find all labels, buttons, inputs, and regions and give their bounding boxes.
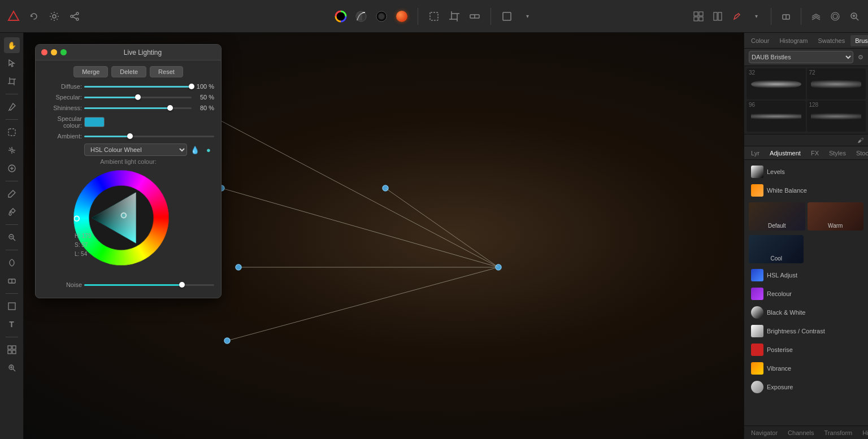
- pen-dropdown-icon[interactable]: ▾: [748, 8, 764, 24]
- pen-icon[interactable]: [729, 8, 745, 24]
- app-logo-icon[interactable]: [6, 8, 21, 24]
- noise-slider[interactable]: [84, 284, 214, 286]
- reset-button[interactable]: Reset: [150, 66, 183, 77]
- marquee-tool-icon[interactable]: [426, 8, 442, 24]
- adj-white-balance[interactable]: White Balance: [747, 181, 866, 199]
- paint-bucket[interactable]: [4, 204, 20, 220]
- brush-item-96[interactable]: 96: [747, 101, 806, 132]
- preset-default[interactable]: Default: [749, 202, 805, 231]
- adj-vibrance[interactable]: Vibrance: [747, 359, 866, 377]
- shininess-thumb[interactable]: [167, 105, 173, 111]
- erase-select-icon[interactable]: [467, 8, 483, 24]
- tab-histogram[interactable]: Histogram: [775, 35, 812, 46]
- svg-point-1: [53, 15, 56, 18]
- settings-icon[interactable]: [46, 8, 62, 24]
- specular-slider[interactable]: [84, 97, 192, 98]
- tab-adjustment[interactable]: Adjustment: [765, 148, 805, 158]
- canvas-area[interactable]: Live Lighting Merge Delete Reset Diffuse…: [24, 33, 744, 439]
- magic-wand[interactable]: [4, 142, 20, 158]
- delete-button[interactable]: Delete: [111, 66, 146, 77]
- brush-tool[interactable]: [4, 99, 20, 115]
- studio-icon[interactable]: [827, 8, 843, 24]
- svg-rect-59: [8, 350, 11, 354]
- window-close-dot[interactable]: [41, 49, 47, 55]
- recolour-label: Recolour: [767, 290, 792, 297]
- tab-navigator[interactable]: Navigator: [747, 428, 782, 438]
- ambient-thumb[interactable]: [127, 133, 133, 139]
- window-maximize-dot[interactable]: [60, 49, 67, 55]
- colour-pin-icon[interactable]: ●: [203, 144, 214, 155]
- curves-icon[interactable]: [353, 8, 369, 24]
- view-mode-icon[interactable]: [710, 8, 726, 24]
- crop-tool[interactable]: [4, 73, 20, 89]
- tab-transform[interactable]: Transform: [820, 428, 857, 438]
- specular-colour-swatch[interactable]: [84, 117, 105, 127]
- preset-warm[interactable]: Warm: [808, 202, 864, 231]
- overlay-dropdown-icon[interactable]: ▾: [519, 8, 535, 24]
- svg-rect-40: [8, 129, 15, 136]
- ll-title: Live Lighting: [70, 49, 215, 56]
- preset-cool[interactable]: Cool: [749, 235, 804, 263]
- layers-panel-icon[interactable]: [808, 8, 824, 24]
- colour-wheel-select[interactable]: HSL Colour Wheel: [84, 144, 187, 156]
- diffuse-thumb[interactable]: [189, 84, 194, 89]
- diffuse-slider[interactable]: [84, 86, 192, 88]
- white-balance-icon: [751, 184, 763, 197]
- overlay-icon[interactable]: [499, 8, 515, 24]
- ambient-slider[interactable]: [84, 136, 214, 137]
- share-icon[interactable]: [67, 8, 83, 24]
- brush-settings-icon[interactable]: ⚙: [858, 54, 863, 61]
- brush-preset-select[interactable]: DAUB Bristles: [749, 51, 853, 63]
- tab-colour[interactable]: Colour: [747, 35, 774, 46]
- text-tool[interactable]: T: [4, 316, 20, 332]
- selection-brush[interactable]: [4, 124, 20, 140]
- svg-point-72: [224, 338, 230, 344]
- tab-brushes[interactable]: Brushes: [850, 35, 868, 46]
- crop-tool-icon[interactable]: [446, 8, 462, 24]
- color-wheel-icon[interactable]: [333, 8, 349, 24]
- zoom-tool[interactable]: [4, 229, 20, 245]
- adj-recolour[interactable]: Recolour: [747, 285, 866, 303]
- center-tools: ▾: [333, 8, 535, 25]
- color-orb-icon[interactable]: [394, 8, 410, 24]
- adj-brightness[interactable]: Brightness / Contrast: [747, 322, 866, 340]
- grid-tool[interactable]: [4, 342, 20, 358]
- merge-button[interactable]: Merge: [73, 66, 108, 77]
- window-minimize-dot[interactable]: [51, 49, 57, 55]
- brush-item-72[interactable]: 72: [807, 68, 866, 99]
- shape-tool[interactable]: [4, 298, 20, 314]
- color-picker-tool[interactable]: [4, 186, 20, 202]
- adj-exposure[interactable]: Exposure: [747, 378, 866, 396]
- brightness-icon: [751, 325, 763, 337]
- select-tool[interactable]: [4, 55, 20, 71]
- svg-point-30: [833, 14, 837, 19]
- tab-channels[interactable]: Channels: [783, 428, 818, 438]
- hsl-icon[interactable]: [374, 8, 389, 24]
- brush-item-32[interactable]: 32: [747, 68, 806, 99]
- eraser-tool-icon[interactable]: [778, 8, 794, 24]
- tab-styles[interactable]: Styles: [824, 148, 850, 158]
- move-tool[interactable]: ✋: [4, 37, 20, 53]
- tab-fx[interactable]: FX: [806, 148, 823, 158]
- adj-posterise[interactable]: Posterise: [747, 341, 866, 359]
- zoom-fit[interactable]: [4, 360, 20, 376]
- tab-lyr[interactable]: Lyr: [747, 148, 764, 158]
- grid-view-icon[interactable]: [691, 8, 706, 24]
- eyedropper-icon[interactable]: 💧: [189, 144, 201, 155]
- tab-history[interactable]: History: [858, 428, 868, 438]
- adj-bw[interactable]: Black & White: [747, 303, 866, 321]
- noise-thumb[interactable]: [179, 282, 185, 288]
- undo-icon[interactable]: [26, 8, 42, 24]
- adj-levels[interactable]: Levels: [747, 163, 866, 181]
- heal-tool[interactable]: [4, 160, 20, 176]
- erase-tool[interactable]: [4, 273, 20, 289]
- brush-item-128[interactable]: 128: [807, 101, 866, 132]
- tab-swatches[interactable]: Swatches: [814, 35, 850, 46]
- tab-stock[interactable]: Stock: [852, 148, 868, 158]
- svg-point-29: [831, 12, 839, 20]
- dodge-burn[interactable]: [4, 255, 20, 271]
- adj-hsl[interactable]: HSL Adjust: [747, 266, 866, 284]
- shininess-slider[interactable]: [84, 107, 192, 109]
- zoom-in-icon[interactable]: [847, 8, 862, 24]
- specular-thumb[interactable]: [135, 94, 141, 100]
